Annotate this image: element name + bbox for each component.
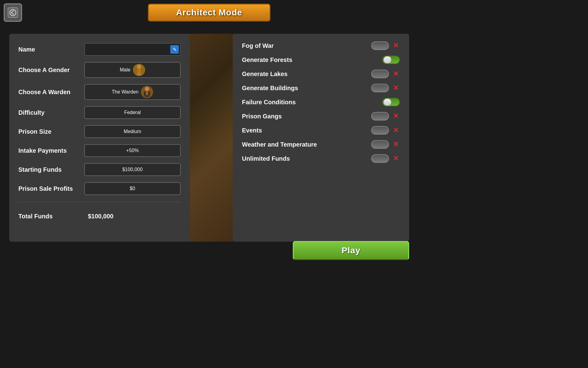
back-button[interactable] [4, 3, 22, 22]
fog-of-war-label: Fog of War [242, 42, 274, 49]
difficulty-value: Federal [124, 110, 141, 115]
weather-x-icon: ✕ [391, 140, 400, 149]
right-panel: Fog of War ✕ Generate Forests ✔ Generate… [233, 34, 409, 242]
weather-track[interactable] [371, 140, 389, 149]
prison-sale-control: $0 [84, 182, 181, 195]
name-label: Name [18, 46, 80, 53]
intake-label: Intake Payments [18, 147, 80, 154]
svg-point-2 [137, 65, 141, 69]
fog-of-war-toggle[interactable]: ✕ [371, 41, 400, 50]
prison-gangs-toggle[interactable]: ✕ [371, 112, 400, 121]
total-label: Total Funds [18, 213, 80, 220]
events-label: Events [242, 127, 262, 134]
play-button[interactable]: Play [293, 241, 409, 260]
prison-size-control: Medium [84, 125, 181, 138]
name-input-wrapper: ✎ [84, 43, 181, 56]
difficulty-label: Difficulty [18, 109, 80, 116]
unlimited-funds-row: Unlimited Funds ✕ [242, 154, 400, 163]
warden-value: The Warden [112, 89, 138, 95]
generate-forests-row: Generate Forests ✔ [242, 56, 400, 64]
gender-row: Choose A Gender Male [18, 62, 181, 78]
starting-funds-label: Starting Funds [18, 166, 80, 173]
failure-conditions-knob [383, 98, 391, 106]
map-spacer [196, 34, 227, 242]
svg-rect-3 [137, 69, 141, 75]
failure-conditions-toggle[interactable]: ✔ [382, 98, 400, 106]
events-track[interactable] [371, 126, 389, 135]
generate-forests-knob [383, 56, 391, 63]
top-bar: Architect Mode [0, 4, 418, 21]
gender-value: Male [120, 67, 130, 73]
prison-size-row: Prison Size Medium [18, 125, 181, 138]
total-funds-row: Total Funds $100,000 [18, 210, 181, 222]
warden-avatar [141, 86, 153, 98]
generate-lakes-track[interactable] [371, 70, 389, 78]
unlimited-funds-track[interactable] [371, 154, 389, 163]
gender-dropdown[interactable]: Male [84, 62, 181, 78]
generate-forests-label: Generate Forests [242, 56, 292, 63]
generate-buildings-toggle[interactable]: ✕ [371, 84, 400, 92]
svg-point-8 [145, 87, 149, 91]
warden-control: The Warden [84, 84, 181, 100]
prison-sale-label: Prison Sale Profits [18, 185, 80, 192]
svg-rect-5 [141, 69, 142, 74]
generate-forests-toggle[interactable]: ✔ [382, 56, 400, 64]
edit-icon[interactable]: ✎ [170, 45, 179, 54]
failure-conditions-row: Failure Conditions ✔ [242, 98, 400, 106]
svg-rect-11 [149, 91, 150, 96]
play-btn-container: Play [293, 241, 409, 260]
intake-value: +50% [126, 148, 139, 153]
fog-of-war-track[interactable] [371, 41, 389, 50]
starting-funds-control: $100,000 [84, 163, 181, 176]
warden-label: Choose A Warden [18, 89, 80, 96]
intake-dropdown[interactable]: +50% [84, 144, 181, 157]
weather-toggle[interactable]: ✕ [371, 140, 400, 149]
prison-size-label: Prison Size [18, 128, 80, 135]
unlimited-funds-toggle[interactable]: ✕ [371, 154, 400, 163]
warden-dropdown[interactable]: The Warden [84, 84, 181, 100]
prison-sale-dropdown[interactable]: $0 [84, 182, 181, 195]
svg-rect-7 [139, 73, 141, 75]
prison-size-value: Medium [124, 129, 141, 134]
unlimited-funds-x-icon: ✕ [391, 154, 400, 163]
left-panel: Name ✎ Choose A Gender Male [9, 34, 190, 242]
generate-forests-track[interactable]: ✔ [382, 56, 400, 64]
failure-conditions-label: Failure Conditions [242, 99, 296, 106]
events-toggle[interactable]: ✕ [371, 126, 400, 135]
prison-sale-row: Prison Sale Profits $0 [18, 182, 181, 195]
prison-gangs-x-icon: ✕ [391, 112, 400, 121]
failure-conditions-track[interactable]: ✔ [382, 98, 400, 106]
generate-buildings-row: Generate Buildings ✕ [242, 84, 400, 92]
gender-control: Male [84, 62, 181, 78]
starting-funds-dropdown[interactable]: $100,000 [84, 163, 181, 176]
prison-gangs-track[interactable] [371, 112, 389, 121]
intake-control: +50% [84, 144, 181, 157]
events-row: Events ✕ [242, 126, 400, 135]
generate-buildings-x-icon: ✕ [391, 84, 400, 92]
name-input[interactable] [84, 43, 181, 56]
total-value: $100,000 [84, 210, 117, 222]
svg-rect-4 [136, 69, 137, 74]
name-control: ✎ [84, 43, 181, 56]
prison-size-dropdown[interactable]: Medium [84, 125, 181, 138]
gender-avatar [133, 64, 145, 76]
unlimited-funds-label: Unlimited Funds [242, 155, 290, 162]
svg-rect-14 [146, 92, 148, 95]
generate-buildings-track[interactable] [371, 84, 389, 92]
page-title: Architect Mode [176, 8, 242, 17]
weather-row: Weather and Temperature ✕ [242, 140, 400, 149]
svg-rect-13 [147, 95, 149, 98]
svg-rect-6 [138, 73, 139, 75]
generate-lakes-x-icon: ✕ [391, 70, 400, 78]
generate-buildings-label: Generate Buildings [242, 85, 298, 92]
prison-gangs-label: Prison Gangs [242, 113, 282, 120]
divider [18, 202, 181, 202]
warden-row: Choose A Warden The Warden [18, 84, 181, 100]
difficulty-control: Federal [84, 106, 181, 119]
main-content: Name ✎ Choose A Gender Male [9, 34, 409, 242]
difficulty-row: Difficulty Federal [18, 106, 181, 119]
difficulty-dropdown[interactable]: Federal [84, 106, 181, 119]
generate-lakes-toggle[interactable]: ✕ [371, 70, 400, 78]
starting-funds-row: Starting Funds $100,000 [18, 163, 181, 176]
fog-of-war-x-icon: ✕ [391, 41, 400, 50]
